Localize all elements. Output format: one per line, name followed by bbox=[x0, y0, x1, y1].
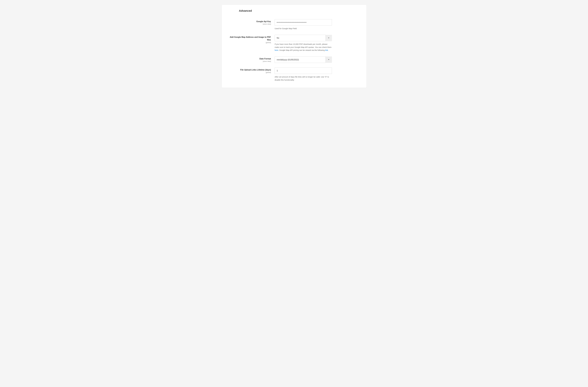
date-format-label: Date Format bbox=[227, 58, 271, 60]
add-google-map-pdf-field-col: No If you have more than 10,000 PDF down… bbox=[275, 35, 332, 52]
help-text-part1: If you have more than 10,000 PDF downloa… bbox=[275, 43, 332, 48]
date-format-label-col: Date Format [store view] bbox=[227, 57, 275, 62]
add-google-map-pdf-label: Add Google Map Address and Image to PDF … bbox=[227, 36, 271, 41]
file-upload-lifetime-label: File Upload Links Lifetime (days) bbox=[227, 68, 271, 71]
google-api-key-help: Used for Google Map Field bbox=[275, 27, 332, 30]
file-upload-lifetime-field-col: After set amount of days file links will… bbox=[275, 67, 332, 81]
add-google-map-pdf-label-col: Add Google Map Address and Image to PDF … bbox=[227, 35, 275, 43]
file-upload-lifetime-row: File Upload Links Lifetime (days) [globa… bbox=[227, 67, 361, 81]
google-api-key-scope: [store view] bbox=[227, 23, 271, 25]
add-google-map-pdf-select-wrap: No bbox=[275, 35, 332, 41]
pricing-link[interactable]: link bbox=[325, 49, 328, 51]
file-upload-lifetime-label-col: File Upload Links Lifetime (days) [globa… bbox=[227, 67, 275, 73]
help-text-part2: . Google Map API pricing can be viewed v… bbox=[278, 49, 325, 51]
add-google-map-pdf-select[interactable]: No bbox=[275, 35, 332, 41]
date-format-field-col: mm/dd/yyyy (01/05/2022) bbox=[275, 57, 332, 63]
file-upload-lifetime-scope: [global] bbox=[227, 71, 271, 73]
add-google-map-pdf-scope: [global] bbox=[227, 41, 271, 43]
advanced-panel: Advanced Google Api Key [store view] Use… bbox=[222, 5, 366, 88]
file-upload-lifetime-help: After set amount of days file links will… bbox=[275, 75, 332, 81]
google-api-key-label-col: Google Api Key [store view] bbox=[227, 19, 275, 25]
file-upload-lifetime-input[interactable] bbox=[275, 67, 332, 74]
google-api-key-label: Google Api Key bbox=[227, 20, 271, 23]
date-format-scope: [store view] bbox=[227, 61, 271, 62]
panel-title: Advanced bbox=[239, 9, 361, 12]
help-text-part3: . bbox=[328, 49, 328, 51]
google-api-key-row: Google Api Key [store view] Used for Goo… bbox=[227, 19, 361, 30]
date-format-select-wrap: mm/dd/yyyy (01/05/2022) bbox=[275, 57, 332, 63]
quotas-link[interactable]: here bbox=[275, 49, 278, 51]
date-format-row: Date Format [store view] mm/dd/yyyy (01/… bbox=[227, 57, 361, 63]
add-google-map-pdf-help: If you have more than 10,000 PDF downloa… bbox=[275, 43, 332, 52]
google-api-key-input[interactable] bbox=[275, 19, 332, 26]
date-format-select[interactable]: mm/dd/yyyy (01/05/2022) bbox=[275, 57, 332, 63]
google-api-key-field-col: Used for Google Map Field bbox=[275, 19, 332, 30]
add-google-map-pdf-row: Add Google Map Address and Image to PDF … bbox=[227, 35, 361, 52]
